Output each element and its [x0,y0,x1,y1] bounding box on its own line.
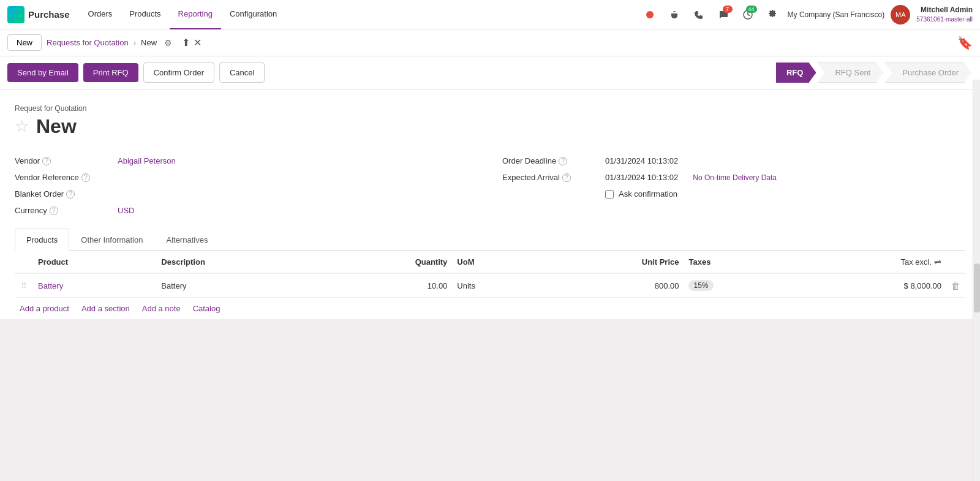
tab-other-information[interactable]: Other Information [69,229,154,251]
settings-icon[interactable] [763,6,782,24]
nav-reporting[interactable]: Reporting [170,0,221,29]
vendor-ref-help-icon[interactable]: ? [81,173,90,182]
bookmark-icon[interactable]: 🔖 [957,36,973,50]
pipeline-step-rfq-sent[interactable]: RFQ Sent [817,62,883,83]
cancel-button[interactable]: Cancel [219,62,265,83]
discard-icon[interactable]: ✕ [194,37,202,48]
user-info[interactable]: Mitchell Admin 57361061-master-all [916,5,973,24]
upload-icon[interactable]: ⬆ [182,37,190,48]
breadcrumb-separator: › [134,38,136,47]
order-deadline-value[interactable]: 01/31/2024 10:13:02 [605,156,678,165]
order-deadline-help-icon[interactable]: ? [559,157,567,165]
user-meta: 57361061-master-all [916,15,973,24]
product-description[interactable]: Battery [156,273,322,298]
col-tax-excl-header: Tax excl. ⇌ [790,251,946,273]
ask-confirmation-checkbox[interactable] [605,190,614,199]
avatar[interactable]: MA [891,5,910,25]
settings-gear-button[interactable]: ⚙ [162,37,175,49]
form-fields: Vendor ? Abigail Peterson Vendor Referen… [15,153,965,219]
nav-products[interactable]: Products [121,0,169,29]
topnav-menu: Orders Products Reporting Configuration [80,0,286,29]
product-uom[interactable]: Units [452,273,538,298]
currency-label: Currency ? [15,206,113,215]
favorite-star-icon[interactable]: ☆ [15,117,29,136]
tab-products[interactable]: Products [15,229,69,251]
tab-alternatives[interactable]: Alternatives [154,229,219,251]
breadcrumb-actions: ⬆ ✕ [182,37,202,48]
print-rfq-button[interactable]: Print RFQ [83,63,138,82]
breadcrumb-bar: New Requests for Quotation › New ⚙ ⬆ ✕ 🔖 [0,29,980,56]
vendor-help-icon[interactable]: ? [42,157,51,165]
phone-icon[interactable] [690,6,708,24]
pipeline: RFQ RFQ Sent Purchase Order [776,62,973,83]
new-button[interactable]: New [7,34,42,51]
ask-confirmation-row: Ask confirmation [502,186,965,202]
pipeline-step-purchase-order[interactable]: Purchase Order [884,62,971,83]
tabs-container: Products Other Information Alternatives [15,229,965,251]
currency-help-icon[interactable]: ? [50,206,58,215]
product-name[interactable]: Battery [33,273,156,298]
logo-icon [7,6,24,23]
blanket-order-row: Blanket Order ? [15,186,478,202]
vendor-reference-label: Vendor Reference ? [15,173,113,182]
user-name: Mitchell Admin [916,5,973,15]
bug-icon[interactable] [665,6,684,24]
col-uom-header: UoM [452,251,538,273]
form-title-row: ☆ New [15,115,965,138]
pipeline-step-rfq[interactable]: RFQ [776,62,816,83]
confirm-order-button[interactable]: Confirm Order [143,62,214,83]
drag-handle[interactable]: ⠿ [15,273,33,298]
activity-badge: 44 [746,6,757,13]
col-product-header: Product [33,251,156,273]
vendor-reference-row: Vendor Reference ? [15,169,478,186]
breadcrumb-current: New [141,38,157,47]
adjust-columns-icon[interactable]: ⇌ [934,257,941,267]
currency-value[interactable]: USD [118,206,134,215]
main-content: Request for Quotation ☆ New Vendor ? Abi… [0,89,980,319]
breadcrumb-parent[interactable]: Requests for Quotation [47,38,129,47]
chat-icon[interactable]: 7 [714,6,733,24]
nav-configuration[interactable]: Configuration [221,0,285,29]
form-left: Vendor ? Abigail Peterson Vendor Referen… [15,153,478,219]
activity-icon[interactable]: 44 [739,6,757,24]
add-product-link[interactable]: Add a product [20,304,69,313]
scrollbar-thumb[interactable] [974,263,980,312]
col-delete-header [946,251,965,273]
chat-badge: 7 [723,6,733,13]
blanket-order-help-icon[interactable]: ? [66,190,75,199]
order-deadline-label: Order Deadline ? [502,156,600,165]
product-unit-price[interactable]: 800.00 [538,273,684,298]
vendor-row: Vendor ? Abigail Peterson [15,153,478,169]
delete-row-icon[interactable]: 🗑 [951,281,960,291]
nav-orders[interactable]: Orders [80,0,121,29]
topnav: Purchase Orders Products Reporting Confi… [0,0,980,29]
form-right: Order Deadline ? 01/31/2024 10:13:02 Exp… [502,153,965,219]
status-dot-icon[interactable] [641,6,659,24]
add-section-link[interactable]: Add a section [81,304,130,313]
vendor-value[interactable]: Abigail Peterson [118,156,176,165]
col-drag-header [15,251,33,273]
no-delivery-data-link[interactable]: No On-time Delivery Data [693,173,777,182]
send-email-button[interactable]: Send by Email [7,63,78,82]
col-unit-price-header: Unit Price [538,251,684,273]
product-quantity[interactable]: 10.00 [322,273,452,298]
expected-arrival-help-icon[interactable]: ? [562,173,571,182]
add-note-link[interactable]: Add a note [142,304,181,313]
company-name[interactable]: My Company (San Francisco) [788,10,885,19]
col-quantity-header: Quantity [322,251,452,273]
action-bar: Send by Email Print RFQ Confirm Order Ca… [0,56,980,89]
ask-confirmation-label: Ask confirmation [619,189,677,199]
products-table: Product Description Quantity UoM Unit Pr… [15,251,965,298]
col-taxes-header: Taxes [684,251,790,273]
app-logo[interactable]: Purchase [7,6,70,23]
catalog-link[interactable]: Catalog [193,304,221,313]
col-description-header: Description [156,251,322,273]
topnav-right: 7 44 My Company (San Francisco) MA Mitch… [641,5,973,25]
blanket-order-label: Blanket Order ? [15,189,113,199]
expected-arrival-value[interactable]: 01/31/2024 10:13:02 [605,173,678,182]
scrollbar[interactable] [973,80,980,319]
ask-confirmation-checkbox-row: Ask confirmation [605,189,677,199]
expected-arrival-label: Expected Arrival ? [502,173,600,182]
product-delete-cell: 🗑 [946,273,965,298]
order-deadline-row: Order Deadline ? 01/31/2024 10:13:02 [502,153,965,169]
